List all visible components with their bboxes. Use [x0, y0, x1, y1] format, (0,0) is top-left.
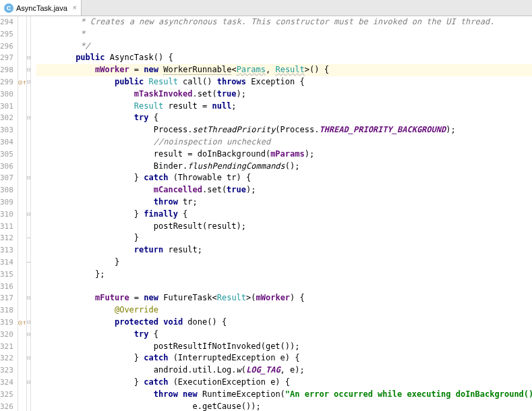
code-area[interactable]: * Creates a new asynchronous task. This …	[31, 16, 532, 411]
code-line[interactable]: };	[36, 269, 532, 281]
code-line[interactable]: throw tr;	[36, 196, 532, 209]
code-line[interactable]: } catch (InterruptedException e) {	[36, 352, 532, 364]
line-number: 319	[0, 317, 13, 329]
gutter-marker	[18, 161, 26, 173]
editor-tab[interactable]: C AsyncTask.java ×	[0, 0, 82, 16]
gutter-marker	[18, 352, 26, 364]
gutter-marker	[18, 269, 26, 281]
fold-toggle[interactable]: ⊟	[27, 377, 30, 389]
fold-toggle[interactable]: ⊟	[27, 352, 30, 364]
fold-toggle	[27, 364, 30, 377]
fold-toggle[interactable]: ⊟	[27, 52, 30, 64]
fold-toggle	[27, 389, 30, 401]
override-marker-icon[interactable]: ◎↑	[18, 317, 26, 329]
fold-toggle	[27, 136, 30, 148]
code-line[interactable]: public Result call() throws Exception {	[36, 76, 532, 88]
line-number: 321	[0, 341, 13, 353]
code-line[interactable]: mWorker = new WorkerRunnable<Params, Res…	[36, 64, 532, 76]
line-number: 314	[0, 256, 13, 269]
gutter-marker	[18, 196, 26, 209]
gutter-marker	[18, 364, 26, 377]
gutter-marker	[18, 88, 26, 101]
gutter-marker	[18, 16, 26, 28]
fold-toggle[interactable]: ⊟	[27, 209, 30, 221]
fold-toggle[interactable]: −	[27, 232, 30, 244]
line-number: 323	[0, 364, 13, 377]
fold-toggle	[27, 281, 30, 293]
fold-toggle[interactable]: ⊟	[27, 64, 30, 76]
fold-toggle[interactable]: ⊟	[27, 292, 30, 304]
gutter-marker	[18, 172, 26, 184]
gutter-marker	[18, 341, 26, 353]
code-line[interactable]: try {	[36, 112, 532, 124]
code-line[interactable]: throw new RuntimeException("An error occ…	[36, 389, 532, 401]
code-line[interactable]: */	[36, 40, 532, 53]
line-number: 309	[0, 196, 13, 209]
line-number: 306	[0, 161, 13, 173]
code-line[interactable]: Result result = null;	[36, 101, 532, 113]
code-line[interactable]: android.util.Log.w(LOG_TAG, e);	[36, 364, 532, 377]
code-line[interactable]: e.getCause());	[36, 401, 532, 412]
code-line[interactable]: public AsyncTask() {	[36, 52, 532, 64]
line-number: 313	[0, 244, 13, 256]
fold-toggle	[27, 244, 30, 256]
code-line[interactable]: } catch (Throwable tr) {	[36, 172, 532, 184]
line-number: 324	[0, 377, 13, 389]
fold-toggle	[27, 401, 30, 412]
gutter-marker	[18, 304, 26, 317]
fold-toggle	[27, 161, 30, 173]
gutter-marker	[18, 64, 26, 76]
fold-toggle[interactable]: −	[27, 256, 30, 269]
code-line[interactable]: }	[36, 256, 532, 269]
code-line[interactable]: *	[36, 28, 532, 40]
gutter-marker	[18, 377, 26, 389]
code-line[interactable]: } finally {	[36, 209, 532, 221]
code-line[interactable]: @Override	[36, 304, 532, 317]
code-line[interactable]: try {	[36, 329, 532, 341]
code-line[interactable]: result = doInBackground(mParams);	[36, 148, 532, 161]
line-number: 312	[0, 232, 13, 244]
tab-bar: C AsyncTask.java ×	[0, 0, 532, 16]
code-line[interactable]: protected void done() {	[36, 317, 532, 329]
code-line[interactable]: postResult(result);	[36, 221, 532, 233]
gutter-marker: ◎↑	[18, 317, 26, 329]
gutter-marker	[18, 209, 26, 221]
gutter-marker	[18, 244, 26, 256]
line-number: 303	[0, 124, 13, 136]
gutter-marker	[18, 401, 26, 412]
gutter-marker	[18, 52, 26, 64]
fold-toggle	[27, 184, 30, 196]
line-number: 294	[0, 16, 13, 28]
line-number: 320	[0, 329, 13, 341]
fold-toggle	[27, 304, 30, 317]
line-number: 298	[0, 64, 13, 76]
line-number: 304	[0, 136, 13, 148]
gutter-marker	[18, 40, 26, 53]
code-line[interactable]: * Creates a new asynchronous task. This …	[36, 16, 532, 28]
code-line[interactable]: mFuture = new FutureTask<Result>(mWorker…	[36, 292, 532, 304]
code-line[interactable]: //noinspection unchecked	[36, 136, 532, 148]
fold-toggle[interactable]: ⊟	[27, 172, 30, 184]
code-line[interactable]: } catch (ExecutionException e) {	[36, 377, 532, 389]
code-line[interactable]: return result;	[36, 244, 532, 256]
code-editor[interactable]: 2942952962972982993003013023033043053063…	[0, 16, 532, 411]
code-line[interactable]: mCancelled.set(true);	[36, 184, 532, 196]
code-line[interactable]: }	[36, 232, 532, 244]
line-number: 302	[0, 112, 13, 124]
code-line[interactable]	[36, 281, 532, 293]
fold-toggle[interactable]: ⊟	[27, 76, 30, 88]
fold-toggle[interactable]: ⊟	[27, 317, 30, 329]
override-marker-icon[interactable]: ◎↑	[18, 76, 26, 88]
fold-toggle[interactable]: ⊟	[27, 112, 30, 124]
code-line[interactable]: mTaskInvoked.set(true);	[36, 88, 532, 101]
line-number: 297	[0, 52, 13, 64]
code-line[interactable]: Binder.flushPendingCommands();	[36, 161, 532, 173]
code-line[interactable]: postResultIfNotInvoked(get());	[36, 341, 532, 353]
fold-toggle	[27, 124, 30, 136]
fold-toggle[interactable]: ⊟	[27, 329, 30, 341]
code-line[interactable]: Process.setThreadPriority(Process.THREAD…	[36, 124, 532, 136]
line-number: 315	[0, 269, 13, 281]
line-number: 300	[0, 88, 13, 101]
line-number: 311	[0, 221, 13, 233]
close-icon[interactable]: ×	[73, 4, 77, 11]
